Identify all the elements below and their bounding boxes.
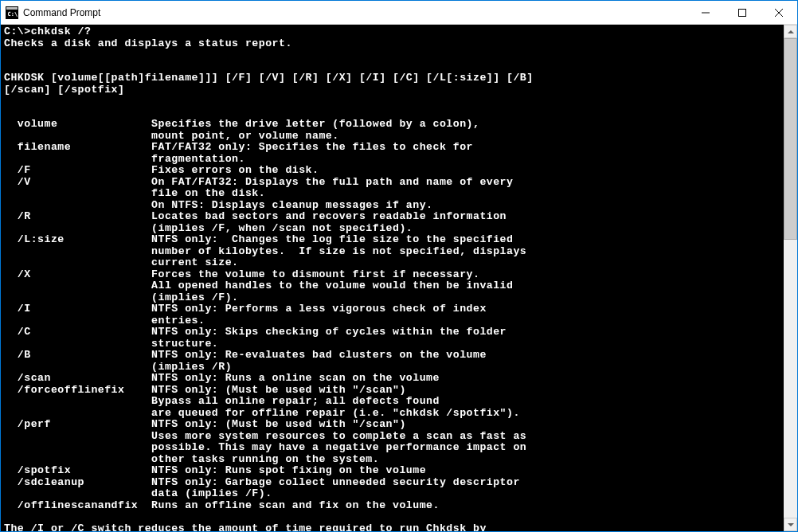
minimize-button[interactable] xyxy=(687,1,724,24)
scroll-track[interactable] xyxy=(784,38,797,518)
cmd-icon: C:\ xyxy=(6,6,18,19)
scroll-down-arrow[interactable] xyxy=(784,518,797,531)
command-prompt-window: C:\ Command Prompt C:\>chkdsk /? Checks … xyxy=(0,0,798,532)
titlebar[interactable]: C:\ Command Prompt xyxy=(1,1,797,25)
window-controls xyxy=(687,1,797,24)
content-area: C:\>chkdsk /? Checks a disk and displays… xyxy=(1,25,797,531)
svg-rect-4 xyxy=(739,9,746,16)
scroll-up-arrow[interactable] xyxy=(784,25,797,38)
svg-marker-8 xyxy=(788,523,794,526)
close-button[interactable] xyxy=(761,1,797,24)
terminal-output[interactable]: C:\>chkdsk /? Checks a disk and displays… xyxy=(1,25,784,531)
vertical-scrollbar[interactable] xyxy=(784,25,797,531)
svg-text:C:\: C:\ xyxy=(8,10,18,17)
svg-rect-1 xyxy=(6,7,18,10)
scroll-thumb[interactable] xyxy=(784,38,797,240)
svg-marker-7 xyxy=(788,30,794,33)
maximize-button[interactable] xyxy=(724,1,761,24)
window-title: Command Prompt xyxy=(23,7,687,18)
